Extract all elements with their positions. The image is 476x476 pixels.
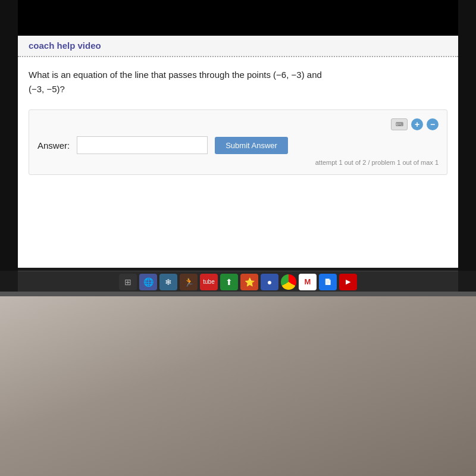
question-text-part2: (−3, −5)?: [29, 84, 65, 94]
screen-left-bezel: [0, 0, 18, 292]
question-text: What is an equation of the line that pas…: [29, 68, 447, 96]
taskbar-icon-grid[interactable]: ⊞: [119, 274, 137, 290]
laptop-body: ~` !1 @2 #3 $4 %5 ^6 &7 *8 (9 )0 Q W E R…: [0, 292, 476, 476]
question-area: What is an equation of the line that pas…: [18, 57, 458, 102]
taskbar-icon-chrome[interactable]: [281, 274, 296, 290]
answer-row: Answer: Submit Answer: [37, 136, 439, 154]
taskbar-icon-youtube[interactable]: ▶: [339, 274, 357, 290]
add-row-button[interactable]: +: [411, 118, 423, 130]
answer-top-row: ⌨ + −: [37, 118, 439, 130]
screen-top-bezel: [0, 0, 476, 36]
taskbar-icon-7[interactable]: ⭐: [240, 274, 258, 290]
coach-link-area: coach help video: [18, 36, 458, 57]
taskbar-icon-4[interactable]: 🏃: [180, 274, 198, 290]
taskbar-icon-doc[interactable]: 📄: [319, 274, 337, 290]
taskbar-icon-5[interactable]: tube: [200, 274, 218, 290]
taskbar-icon-3[interactable]: ❄: [159, 274, 177, 290]
question-text-content: What is an equation of the line that pas…: [29, 70, 322, 80]
taskbar-icon-browser[interactable]: 🌐: [139, 274, 157, 290]
answer-section: ⌨ + − Answer: Submit Answer attempt 1 ou…: [29, 109, 447, 175]
keyboard-icon[interactable]: ⌨: [391, 118, 408, 130]
submit-button[interactable]: Submit Answer: [215, 137, 288, 154]
attempt-text: attempt 1 out of 2 / problem 1 out of ma…: [37, 159, 439, 166]
answer-input[interactable]: [77, 136, 208, 154]
remove-row-button[interactable]: −: [427, 118, 439, 130]
taskbar-icon-8[interactable]: ●: [261, 274, 278, 290]
keyboard-icon-symbol: ⌨: [396, 121, 403, 127]
taskbar: ⊞ 🌐 ❄ 🏃 tube ⬆ ⭐ ● M 📄 ▶: [18, 271, 458, 292]
taskbar-icon-gmail[interactable]: M: [299, 274, 317, 290]
taskbar-icon-6[interactable]: ⬆: [220, 274, 238, 290]
coach-help-link[interactable]: coach help video: [29, 40, 101, 51]
answer-label: Answer:: [37, 140, 70, 151]
screen-right-bezel: [458, 0, 476, 292]
browser-content: coach help video What is an equation of …: [18, 36, 458, 268]
